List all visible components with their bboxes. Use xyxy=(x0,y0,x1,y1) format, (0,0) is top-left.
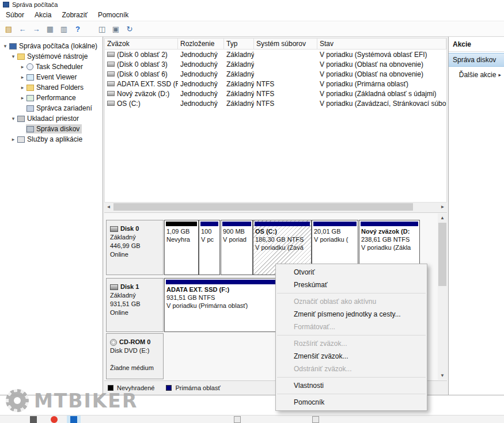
taskbar-active-app-icon[interactable] xyxy=(70,416,77,423)
menu-separator xyxy=(277,394,426,394)
volume-row[interactable]: ADATA EXT. SSD (F:) Jednoduchý Základný … xyxy=(105,79,446,89)
chevron-collapsed-icon[interactable]: ▸ xyxy=(19,64,26,70)
partition-status: V pc xyxy=(199,235,219,243)
taskbar-app-icon[interactable] xyxy=(30,416,37,423)
tree-item-device-manager[interactable]: Správca zariadení xyxy=(0,103,103,113)
partition-status: V poriadku (Zavá xyxy=(253,243,311,251)
volume-filesystem: NTFS xyxy=(254,79,317,89)
primary-partition-band xyxy=(255,222,310,226)
chevron-expanded-icon[interactable]: ▾ xyxy=(10,54,17,59)
tree-item-task-scheduler[interactable]: ▸ Task Scheduler xyxy=(0,62,103,72)
menu-item-change-drive-letter[interactable]: Zmeniť písmeno jednotky a cesty... xyxy=(276,308,427,321)
properties-icon[interactable]: ▥ xyxy=(58,22,70,35)
volume-icon xyxy=(107,81,115,86)
volume-layout: Jednoduchý xyxy=(178,59,224,69)
menu-item-explore[interactable]: Preskúmať xyxy=(276,279,427,291)
partition-name: OS (C:) xyxy=(253,227,311,235)
disk-name: Disk 1 xyxy=(120,283,139,291)
volume-row[interactable]: (Disk 0 oblasť 3) Jednoduchý Základný V … xyxy=(105,59,446,69)
disk-type: Základný xyxy=(110,291,160,300)
tree-item-performance[interactable]: ▸ Performance xyxy=(0,93,103,103)
partition-size: 20,01 GB xyxy=(312,227,358,235)
volume-row[interactable]: Nový zväzok (D:) Jednoduchý Základný NTF… xyxy=(105,89,446,98)
volume-row[interactable]: (Disk 0 oblasť 2) Jednoduchý Základný V … xyxy=(105,49,446,59)
column-header-layout[interactable]: Rozloženie xyxy=(178,39,224,49)
volume-name: OS (C:) xyxy=(117,100,141,108)
volume-row[interactable]: OS (C:) Jednoduchý Základný NTFS V poria… xyxy=(105,98,446,108)
volume-status: V poriadku (Oblasť na obnovenie) xyxy=(317,59,446,69)
console-window-icon[interactable]: ▤ xyxy=(2,22,15,35)
menu-item-properties[interactable]: Vlastnosti xyxy=(276,379,427,392)
chevron-expanded-icon[interactable]: ▾ xyxy=(10,116,17,121)
h-scroll-track[interactable] xyxy=(113,203,438,211)
taskbar-doc-icon[interactable] xyxy=(234,416,241,423)
chevron-collapsed-icon[interactable]: ▸ xyxy=(19,74,26,80)
scroll-down-icon[interactable]: ▼ xyxy=(438,371,447,380)
column-header-type[interactable]: Typ xyxy=(224,39,254,49)
volume-filesystem: NTFS xyxy=(254,98,317,108)
actions-title: Akcie xyxy=(449,37,504,52)
volume-filesystem xyxy=(254,49,317,59)
chevron-expanded-icon[interactable]: ▾ xyxy=(2,43,9,49)
tree-item-disk-management[interactable]: Správa diskov xyxy=(0,124,103,134)
help-icon[interactable]: ? xyxy=(71,22,84,35)
disk0-label[interactable]: Disk 0 Základný 446,99 GB Online xyxy=(106,220,164,275)
task-scheduler-icon xyxy=(26,63,33,70)
scroll-up-icon[interactable]: ▲ xyxy=(438,214,447,222)
disk-name: Disk 0 xyxy=(120,224,139,233)
disk1-label[interactable]: Disk 1 Základný 931,51 GB Online xyxy=(106,278,164,332)
actions-item-disk-management[interactable]: Správa diskov xyxy=(449,53,504,67)
refresh-icon[interactable]: ↻ xyxy=(123,22,136,35)
actions-more-actions[interactable]: Ďalšie akcie ▸ xyxy=(449,67,504,82)
menu-help[interactable]: Pomocník xyxy=(93,10,134,20)
tree-item-label: Shared Folders xyxy=(36,83,84,92)
forward-icon[interactable]: → xyxy=(30,22,43,35)
vertical-scrollbar[interactable]: ▲ ▼ xyxy=(438,214,447,380)
h-scroll-thumb[interactable] xyxy=(113,203,413,211)
disk-status: Online xyxy=(110,308,160,317)
views-icon[interactable]: ▣ xyxy=(109,22,122,35)
tree-item-event-viewer[interactable]: ▸ Event Viewer xyxy=(0,72,103,82)
menu-item-help[interactable]: Pomocník xyxy=(276,396,427,409)
action-pane-icon[interactable]: ◫ xyxy=(96,22,108,35)
menu-view[interactable]: Zobraziť xyxy=(57,10,93,20)
tree-item-computer-management[interactable]: ▾ Správa počítača (lokálne) xyxy=(0,41,103,51)
volume-icon xyxy=(107,52,115,57)
primary-partition-band xyxy=(222,222,251,226)
tree-item-storage[interactable]: ▾ Ukladací priestor xyxy=(0,113,103,124)
taskbar-doc-icon[interactable] xyxy=(312,416,319,423)
v-scroll-thumb[interactable] xyxy=(438,223,446,286)
volume-row[interactable]: (Disk 0 oblasť 6) Jednoduchý Základný V … xyxy=(105,69,446,79)
back-icon[interactable]: ← xyxy=(16,22,29,35)
primary-partition-band xyxy=(200,222,218,226)
event-viewer-icon xyxy=(26,74,34,81)
taskbar-app-icon[interactable] xyxy=(51,416,58,423)
horizontal-scrollbar[interactable]: ◄ ► xyxy=(104,203,447,211)
tree-item-shared-folders[interactable]: ▸ Shared Folders xyxy=(0,82,103,93)
scroll-left-icon[interactable]: ◄ xyxy=(104,203,113,211)
tree-item-system-tools[interactable]: ▾ Systémové nástroje xyxy=(0,51,103,62)
tree-item-services-apps[interactable]: ▸ Služby a aplikácie xyxy=(0,134,103,144)
partition-900mb[interactable]: 900 MB V poriad xyxy=(221,220,253,275)
scroll-right-icon[interactable]: ► xyxy=(438,203,447,211)
chevron-collapsed-icon[interactable]: ▸ xyxy=(19,85,26,90)
column-header-filesystem[interactable]: Systém súborov xyxy=(254,39,317,49)
window-title: Správa počítača xyxy=(12,1,58,8)
chevron-collapsed-icon[interactable]: ▸ xyxy=(10,136,17,142)
menu-item-delete-volume: Odstrániť zväzok... xyxy=(276,363,427,375)
partition-status: V poriadku (Zákla xyxy=(359,243,419,251)
column-header-status[interactable]: Stav xyxy=(317,39,446,49)
partition-100mb[interactable]: 100 V pc xyxy=(199,220,220,275)
menu-item-shrink-volume[interactable]: Zmenšiť zväzok... xyxy=(276,350,427,363)
chevron-collapsed-icon[interactable]: ▸ xyxy=(19,95,26,101)
primary-color-swatch xyxy=(166,385,172,391)
legend-primary-label: Primárna oblasť xyxy=(175,384,220,391)
show-console-tree-icon[interactable]: ▦ xyxy=(44,22,56,35)
column-header-volume[interactable]: Zväzok xyxy=(105,39,178,49)
cdrom-label[interactable]: CD-ROM 0 Disk DVD (E:) Žiadne médium xyxy=(106,333,164,379)
menu-file[interactable]: Súbor xyxy=(1,10,30,20)
partition-unallocated[interactable]: 1,09 GB Nevyhra xyxy=(164,220,199,275)
menu-action[interactable]: Akcia xyxy=(30,10,57,20)
console-tree: ▾ Správa počítača (lokálne) ▾ Systémové … xyxy=(0,37,103,395)
menu-item-open[interactable]: Otvoriť xyxy=(276,266,427,279)
